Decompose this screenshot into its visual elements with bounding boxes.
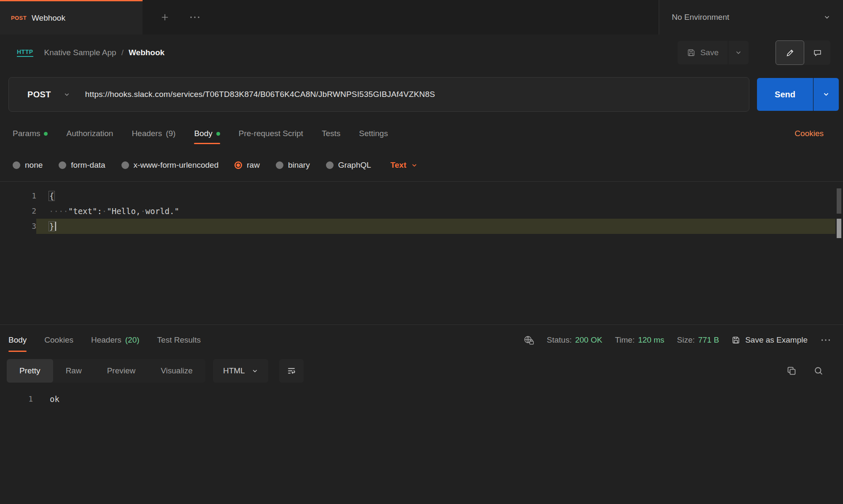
status-value[interactable]: 200 OK: [575, 335, 602, 345]
wrap-lines-button[interactable]: [279, 359, 304, 383]
copy-response-button[interactable]: [786, 366, 797, 376]
response-body-viewer[interactable]: 1ok: [0, 386, 843, 407]
comments-button[interactable]: [804, 40, 830, 65]
response-line[interactable]: 1ok: [0, 391, 843, 407]
time-label: Time:: [615, 335, 635, 345]
raw-language-selector[interactable]: Text: [391, 161, 418, 170]
breadcrumb-separator: /: [121, 48, 124, 57]
response-tab-cookies[interactable]: Cookies: [44, 325, 73, 355]
response-toolbar: Pretty Raw Preview Visualize HTML: [0, 355, 843, 386]
body-type-label: raw: [247, 161, 260, 170]
body-type-none[interactable]: none: [13, 161, 43, 170]
search-icon: [813, 366, 824, 376]
request-header: HTTP Knative Sample App / Webhook Save: [0, 35, 843, 71]
body-type-raw[interactable]: raw: [234, 161, 260, 170]
tab-label: Authorization: [66, 129, 113, 138]
body-type-binary[interactable]: binary: [276, 161, 310, 170]
save-button-group: Save: [678, 41, 749, 64]
more-options-icon: [189, 15, 201, 19]
globe-lock-icon: [523, 335, 534, 345]
tab-label: Body: [194, 129, 212, 138]
tab-label: Tests: [322, 129, 340, 138]
save-options-button[interactable]: [728, 41, 749, 64]
tab-count: (9): [166, 129, 175, 138]
tab-tests[interactable]: Tests: [322, 118, 340, 149]
tab-count: (20): [125, 335, 140, 345]
editor-line[interactable]: 3}: [0, 219, 843, 234]
chevron-down-icon: [735, 49, 742, 56]
view-tab-pretty[interactable]: Pretty: [7, 359, 53, 383]
tab-settings[interactable]: Settings: [359, 118, 388, 149]
whitespace-dots: ·: [102, 206, 107, 216]
editor-scrollbar-thumb[interactable]: [837, 188, 841, 214]
save-as-example-label: Save as Example: [745, 335, 808, 345]
copy-icon: [786, 366, 797, 376]
code-text[interactable]: ····"text":·"Hello,·world.": [36, 204, 835, 219]
radio-icon: [276, 161, 283, 169]
new-tab-button[interactable]: [160, 13, 170, 22]
time-value[interactable]: 120 ms: [638, 335, 664, 345]
send-button[interactable]: Send: [757, 78, 813, 111]
cookies-link[interactable]: Cookies: [795, 129, 824, 138]
body-type-graphql[interactable]: GraphQL: [326, 161, 371, 170]
search-response-button[interactable]: [813, 366, 824, 376]
method-selector[interactable]: POST: [9, 90, 85, 99]
edit-request-button[interactable]: [776, 40, 804, 65]
response-tab-test-results[interactable]: Test Results: [157, 325, 201, 355]
tab-authorization[interactable]: Authorization: [66, 118, 113, 149]
body-type-label: GraphQL: [338, 161, 371, 170]
status-stat: Status: 200 OK: [547, 335, 603, 345]
response-format-selector[interactable]: HTML: [213, 359, 268, 383]
editor-line[interactable]: 2····"text":·"Hello,·world.": [0, 204, 843, 219]
response-tab-body[interactable]: Body: [8, 325, 27, 355]
response-options-button[interactable]: [820, 338, 831, 342]
editor-line[interactable]: 1{: [0, 188, 843, 204]
tab-options-button[interactable]: [189, 15, 201, 19]
open-request-tab[interactable]: POST Webhook: [0, 0, 143, 35]
url-container: POST https://hooks.slack.com/services/T0…: [8, 77, 749, 112]
tab-pre-request-script[interactable]: Pre-request Script: [239, 118, 303, 149]
save-as-example-button[interactable]: Save as Example: [732, 335, 808, 345]
body-type-x-www-form-urlencoded[interactable]: x-www-form-urlencoded: [121, 161, 219, 170]
send-options-button[interactable]: [813, 78, 839, 111]
environment-selector[interactable]: No Environment: [659, 0, 843, 35]
modified-dot: [216, 132, 220, 136]
tab-label: Headers: [132, 129, 162, 138]
tab-label: Body: [8, 335, 27, 345]
tab-headers[interactable]: Headers (9): [132, 118, 175, 149]
code-token: }: [49, 222, 54, 231]
view-tab-raw[interactable]: Raw: [53, 359, 94, 383]
response-text[interactable]: ok: [33, 391, 835, 407]
response-lines: 1ok: [0, 391, 843, 407]
tab-params[interactable]: Params: [13, 118, 48, 149]
body-type-label: form-data: [71, 161, 105, 170]
view-tab-preview[interactable]: Preview: [94, 359, 148, 383]
line-number: 1: [0, 391, 33, 407]
tab-title: Webhook: [32, 13, 65, 23]
chevron-down-icon: [824, 14, 830, 21]
line-number: 3: [0, 219, 36, 234]
view-tab-visualize[interactable]: Visualize: [148, 359, 205, 383]
body-type-label: binary: [288, 161, 310, 170]
network-info-button[interactable]: [523, 335, 534, 345]
radio-icon: [121, 161, 129, 169]
response-section: Body Cookies Headers (20) Test Results S…: [0, 324, 843, 407]
size-value[interactable]: 771 B: [698, 335, 719, 345]
tab-label: Pre-request Script: [239, 129, 303, 138]
whitespace-dots: ····: [49, 206, 68, 216]
code-text[interactable]: {: [36, 188, 835, 204]
save-button[interactable]: Save: [678, 41, 728, 64]
tab-body[interactable]: Body: [194, 118, 220, 149]
request-body-editor[interactable]: 1{2····"text":·"Hello,·world."3}: [0, 181, 843, 324]
text-cursor: [55, 222, 56, 231]
url-input[interactable]: https://hooks.slack.com/services/T06TD83…: [85, 90, 435, 99]
time-stat: Time: 120 ms: [615, 335, 664, 345]
code-text[interactable]: }: [36, 219, 835, 234]
response-tab-headers[interactable]: Headers (20): [91, 325, 140, 355]
breadcrumb-request-name[interactable]: Webhook: [129, 48, 164, 57]
breadcrumb-collection[interactable]: Knative Sample App: [44, 48, 116, 57]
body-type-form-data[interactable]: form-data: [59, 161, 105, 170]
response-view-tabs: Pretty Raw Preview Visualize: [7, 359, 205, 383]
chevron-down-icon: [64, 91, 70, 98]
save-icon: [732, 336, 740, 344]
